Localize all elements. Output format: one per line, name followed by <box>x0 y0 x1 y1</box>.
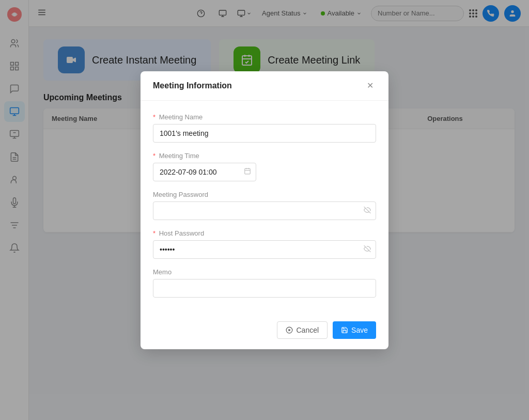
save-label: Save <box>351 326 368 334</box>
meeting-name-input[interactable] <box>153 124 376 143</box>
modal-header: Meeting Information ✕ <box>141 71 388 101</box>
meeting-password-label: Meeting Password <box>153 191 376 198</box>
meeting-password-input[interactable] <box>153 201 376 220</box>
password-visibility-icon[interactable] <box>364 206 371 215</box>
host-password-input-wrap <box>153 240 376 259</box>
calendar-icon[interactable] <box>244 167 251 176</box>
memo-field: Memo <box>153 268 376 298</box>
meeting-time-input[interactable] <box>153 163 256 181</box>
modal-body: * Meeting Name * Meeting Time <box>141 101 388 315</box>
modal-close-button[interactable]: ✕ <box>364 80 376 92</box>
meeting-name-field: * Meeting Name <box>153 113 376 143</box>
memo-input[interactable] <box>153 279 376 298</box>
save-button[interactable]: Save <box>333 321 376 339</box>
cancel-label: Cancel <box>296 326 319 334</box>
datetime-input-wrap <box>153 163 256 181</box>
svg-rect-27 <box>245 168 251 174</box>
modal-overlay: Meeting Information ✕ * Meeting Name * M… <box>0 0 529 420</box>
host-password-input[interactable] <box>153 240 376 259</box>
host-password-field: * Host Password <box>153 229 376 259</box>
meeting-info-modal: Meeting Information ✕ * Meeting Name * M… <box>141 71 388 349</box>
meeting-time-label: * Meeting Time <box>153 152 376 160</box>
meeting-password-field: Meeting Password <box>153 191 376 220</box>
meeting-password-input-wrap <box>153 201 376 220</box>
meeting-name-label: * Meeting Name <box>153 113 376 121</box>
meeting-time-field: * Meeting Time <box>153 152 376 181</box>
cancel-button[interactable]: Cancel <box>277 321 328 339</box>
memo-label: Memo <box>153 268 376 276</box>
modal-footer: Cancel Save <box>141 315 388 349</box>
host-password-visibility-icon[interactable] <box>364 245 371 254</box>
host-password-label: * Host Password <box>153 229 376 237</box>
modal-title: Meeting Information <box>153 81 232 90</box>
